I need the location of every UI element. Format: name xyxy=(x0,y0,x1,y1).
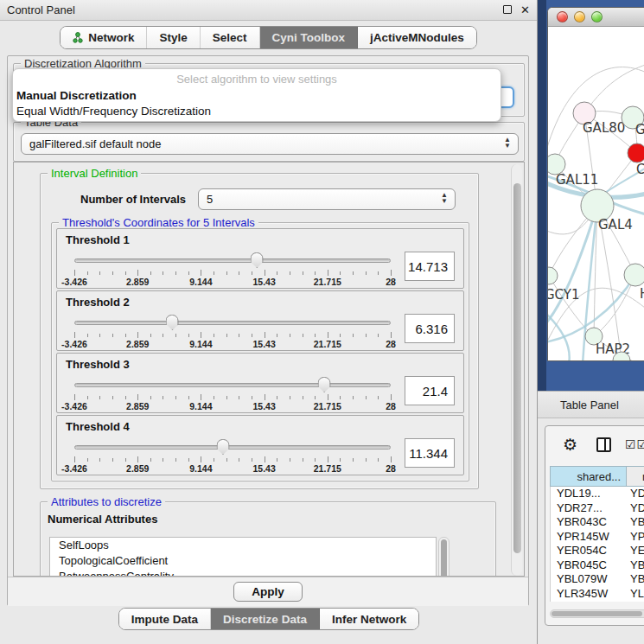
cell-name[interactable]: YDL1 xyxy=(627,487,644,501)
tick-mark xyxy=(265,456,265,462)
column-header-name[interactable]: n xyxy=(627,467,644,486)
network-node-c[interactable] xyxy=(628,143,644,163)
scrollbar-thumb[interactable] xyxy=(513,183,521,553)
node-table: shared... n YDL19...YDL1YDR27...YDR2YBR0… xyxy=(550,466,644,602)
table-row[interactable]: YIL052CYIL0 xyxy=(551,601,644,602)
threshold-value-box[interactable]: 14.713 xyxy=(405,252,455,281)
cell-name[interactable]: YLR3 xyxy=(627,587,644,602)
scrollbar-thumb[interactable] xyxy=(441,539,447,577)
cell-name[interactable]: YPR1 xyxy=(627,530,644,545)
tab-network[interactable]: Network xyxy=(61,27,147,48)
cell-shared-name[interactable]: YDL19... xyxy=(551,487,627,501)
attribute-list-item[interactable]: BetweennessCentrality xyxy=(50,569,436,577)
columns-icon[interactable] xyxy=(596,437,611,452)
settings-vertical-scrollbar[interactable] xyxy=(511,164,522,576)
tick-mark xyxy=(353,271,354,275)
cell-name[interactable]: YER0 xyxy=(627,544,644,558)
threshold-slider[interactable]: -3.4262.8599.14415.4321.71528 xyxy=(74,314,391,348)
slider-tick-labels: -3.4262.8599.14415.4321.71528 xyxy=(74,463,391,474)
cell-shared-name[interactable]: YPR145W xyxy=(551,530,627,545)
threshold-value-box[interactable]: 21.4 xyxy=(405,376,455,405)
combo-spinner-icon: ▲▼ xyxy=(441,192,448,204)
tick-mark xyxy=(303,458,303,462)
column-header-shared[interactable]: shared... xyxy=(551,467,627,486)
tick-mark xyxy=(137,456,138,462)
network-edge[interactable] xyxy=(548,206,597,325)
cell-shared-name[interactable]: YDR27... xyxy=(551,501,627,516)
table-data-combobox[interactable]: galFiltered.sif default node ▲▼ xyxy=(21,133,519,155)
table-row[interactable]: YBL079WYBL0 xyxy=(551,572,644,587)
minimize-traffic-light-icon[interactable] xyxy=(574,11,585,22)
tab-impute-data[interactable]: Impute Data xyxy=(119,609,211,629)
tick-mark xyxy=(328,270,328,276)
tick-label: 2.859 xyxy=(126,339,149,349)
cyni-content-panel: Discretization Algorithm Select algorith… xyxy=(7,55,529,606)
attribute-list-item[interactable]: TopologicalCoefficient xyxy=(50,553,436,569)
cell-name[interactable]: YDR2 xyxy=(627,501,644,516)
table-row[interactable]: YBR045CYBR0 xyxy=(551,558,644,573)
network-node-gcy1[interactable] xyxy=(548,267,558,284)
table-row[interactable]: YPR145WYPR1 xyxy=(551,530,644,545)
attributes-list-scrollbar[interactable] xyxy=(438,537,450,577)
tick-mark xyxy=(391,270,392,276)
tab-select[interactable]: Select xyxy=(201,27,260,48)
cell-shared-name[interactable]: YBR045C xyxy=(551,558,627,573)
tab-cyni-toolbox[interactable]: Cyni Toolbox xyxy=(260,27,359,48)
network-view-window[interactable]: GAL80GCGAL11GAL4GCY1HHAP2 xyxy=(547,7,644,361)
cell-name[interactable]: YBR0 xyxy=(627,515,644,530)
apply-button[interactable]: Apply xyxy=(233,582,303,602)
close-icon[interactable]: ✕ xyxy=(520,4,530,16)
slider-track[interactable] xyxy=(74,258,391,263)
table-row[interactable]: YDR27...YDR2 xyxy=(551,501,644,516)
slider-thumb[interactable] xyxy=(251,252,264,268)
scrollbar-thumb[interactable] xyxy=(552,611,642,616)
cell-shared-name[interactable]: YLR345W xyxy=(551,587,627,602)
slider-track[interactable] xyxy=(74,383,391,387)
cell-shared-name[interactable]: YBR043C xyxy=(551,515,627,530)
number-of-intervals-combobox[interactable]: 5 ▲▼ xyxy=(198,188,456,210)
tab-jactivemnodules[interactable]: jActiveMNodules xyxy=(358,27,476,48)
slider-thumb[interactable] xyxy=(318,377,331,392)
cell-shared-name[interactable]: YIL052C xyxy=(551,601,627,602)
tick-mark xyxy=(353,458,354,462)
tick-mark xyxy=(290,271,290,275)
table-row[interactable]: YER054CYER0 xyxy=(551,544,644,558)
float-window-icon[interactable] xyxy=(503,4,512,16)
algorithm-option-manual[interactable]: Manual Discretization xyxy=(13,88,501,104)
attribute-list-item[interactable]: SelfLoops xyxy=(50,538,436,553)
algorithm-placeholder: Select algorithm to view settings xyxy=(13,73,501,88)
slider-track[interactable] xyxy=(74,445,391,450)
numerical-attributes-list[interactable]: SelfLoopsTopologicalCoefficientBetweenne… xyxy=(49,537,437,577)
tick-mark xyxy=(290,396,290,399)
network-canvas[interactable]: GAL80GCGAL11GAL4GCY1HHAP2 xyxy=(548,27,644,361)
threshold-value-box[interactable]: 11.344 xyxy=(405,438,455,468)
tab-style[interactable]: Style xyxy=(147,27,200,48)
slider-track[interactable] xyxy=(74,321,391,325)
table-horizontal-scrollbar[interactable] xyxy=(550,609,644,618)
threshold-slider[interactable]: -3.4262.8599.14415.4321.71528 xyxy=(74,252,391,286)
cell-name[interactable]: YBL0 xyxy=(627,572,644,587)
algorithm-option-equal-width[interactable]: Equal Width/Frequency Discretization xyxy=(13,104,501,119)
slider-thumb[interactable] xyxy=(217,439,230,455)
cell-name[interactable]: YBR0 xyxy=(627,558,644,573)
tick-label: 9.144 xyxy=(189,277,212,287)
cell-name[interactable]: YIL0 xyxy=(627,601,644,602)
table-row[interactable]: YDL19...YDL1 xyxy=(551,487,644,501)
table-row[interactable]: YLR345WYLR3 xyxy=(551,587,644,602)
threshold-slider[interactable]: -3.4262.8599.14415.4321.71528 xyxy=(74,376,391,411)
slider-thumb[interactable] xyxy=(166,315,179,330)
zoom-traffic-light-icon[interactable] xyxy=(591,11,603,22)
close-traffic-light-icon[interactable] xyxy=(557,11,568,22)
gear-icon[interactable]: ⚙ xyxy=(563,437,577,453)
threshold-value-box[interactable]: 6.316 xyxy=(405,314,455,343)
tab-discretize-data[interactable]: Discretize Data xyxy=(211,609,320,629)
table-row[interactable]: YBR043CYBR0 xyxy=(551,515,644,530)
network-node-h[interactable] xyxy=(624,264,644,286)
checkbox-icons[interactable]: ☑☑ xyxy=(625,437,644,451)
tab-infer-network[interactable]: Infer Network xyxy=(320,609,418,629)
threshold-slider[interactable]: -3.4262.8599.14415.4321.71528 xyxy=(74,438,391,473)
table-panel: ⚙ ☑☑ shared... n YDL19...YDL1YDR27...YDR… xyxy=(545,425,644,626)
network-edge[interactable] xyxy=(584,63,644,113)
cell-shared-name[interactable]: YER054C xyxy=(551,544,627,558)
cell-shared-name[interactable]: YBL079W xyxy=(551,572,627,587)
